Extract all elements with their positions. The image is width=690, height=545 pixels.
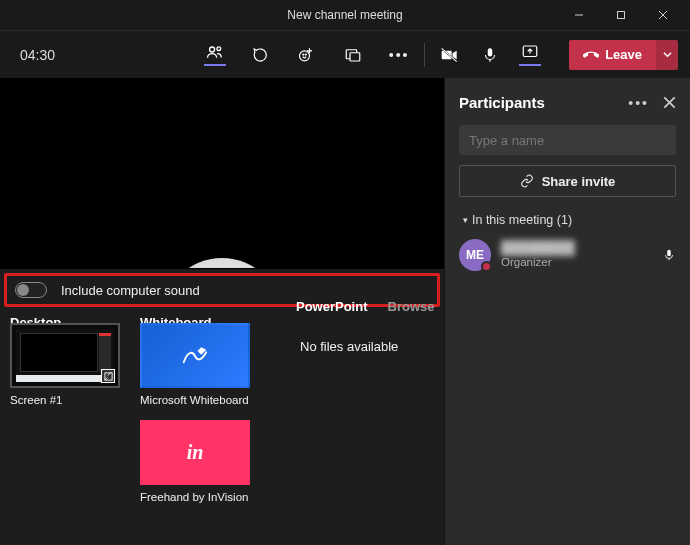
invision-logo-icon: in <box>187 441 204 464</box>
participant-initials: ME <box>466 248 484 262</box>
participants-panel: Participants ••• Share invite ▾ In this … <box>444 78 690 545</box>
svg-rect-1 <box>618 12 625 19</box>
svg-point-5 <box>217 46 221 50</box>
share-invite-label: Share invite <box>542 174 616 189</box>
svg-point-8 <box>305 54 306 55</box>
toolbar-separator <box>424 43 425 67</box>
share-invision-freehand[interactable]: in <box>140 420 250 485</box>
share-desktop-label: Screen #1 <box>10 394 120 406</box>
col-powerpoint-header: PowerPoint <box>296 299 368 314</box>
status-busy-icon <box>481 261 492 272</box>
title-bar: New channel meeting <box>0 0 690 30</box>
expand-icon <box>101 369 115 383</box>
svg-point-4 <box>210 47 215 52</box>
svg-rect-19 <box>667 250 671 256</box>
window-title: New channel meeting <box>287 8 402 22</box>
participant-mic-icon[interactable] <box>662 248 676 262</box>
share-ms-whiteboard-label: Microsoft Whiteboard <box>140 394 260 406</box>
participant-avatar: ME <box>459 239 491 271</box>
svg-rect-13 <box>488 48 493 56</box>
participant-name: ████████ <box>501 240 652 256</box>
leave-button-label: Leave <box>605 47 642 62</box>
svg-rect-10 <box>350 52 360 60</box>
in-meeting-section[interactable]: ▾ In this meeting (1) <box>445 211 690 235</box>
participants-title: Participants <box>459 94 628 111</box>
participants-icon[interactable] <box>204 44 226 66</box>
invite-search-input[interactable] <box>459 125 676 155</box>
participants-close-button[interactable] <box>663 96 676 109</box>
leave-menu-caret[interactable] <box>656 40 678 70</box>
toggle-knob <box>17 284 29 296</box>
meeting-timer: 04:30 <box>20 47 55 63</box>
microphone-icon[interactable] <box>479 44 501 66</box>
participant-role: Organizer <box>501 256 652 270</box>
share-invite-button[interactable]: Share invite <box>459 165 676 197</box>
more-icon[interactable]: ••• <box>388 44 410 66</box>
in-meeting-label: In this meeting (1) <box>472 213 572 227</box>
window-close-button[interactable] <box>658 10 686 20</box>
participant-row[interactable]: ME ████████ Organizer <box>445 235 690 275</box>
breakout-rooms-icon[interactable] <box>342 44 364 66</box>
leave-button[interactable]: Leave <box>569 40 656 70</box>
share-desktop-screen-1[interactable] <box>10 323 120 388</box>
include-sound-label: Include computer sound <box>61 283 200 298</box>
no-files-text: No files available <box>300 339 398 354</box>
meeting-toolbar: 04:30 ••• <box>0 30 690 78</box>
svg-point-6 <box>300 50 310 60</box>
chat-icon[interactable] <box>250 44 272 66</box>
share-ms-whiteboard[interactable] <box>140 323 250 388</box>
share-invision-label: Freehand by InVision <box>140 491 260 503</box>
share-tray: Include computer sound Desktop Whiteboar… <box>0 268 444 545</box>
share-screen-icon[interactable] <box>519 44 541 66</box>
window-minimize-button[interactable] <box>574 10 602 20</box>
svg-point-7 <box>303 54 304 55</box>
participants-more-icon[interactable]: ••• <box>628 95 649 111</box>
include-sound-toggle[interactable] <box>15 282 47 298</box>
chevron-down-icon: ▾ <box>463 215 468 225</box>
window-maximize-button[interactable] <box>616 10 644 20</box>
browse-button[interactable]: Browse <box>388 299 435 314</box>
reactions-icon[interactable] <box>296 44 318 66</box>
camera-off-icon[interactable] <box>439 44 461 66</box>
video-stage: Include computer sound Desktop Whiteboar… <box>0 78 444 545</box>
